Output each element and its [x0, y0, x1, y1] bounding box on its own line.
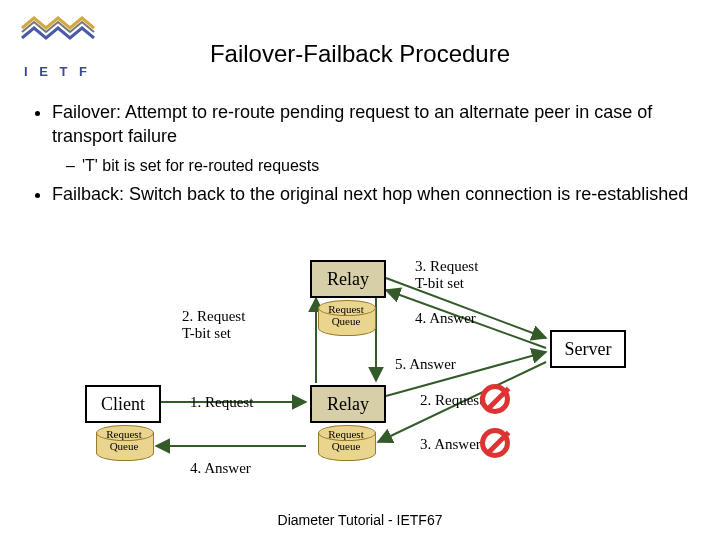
- server-node: Server: [550, 330, 626, 368]
- request-queue-relay1: Request Queue: [318, 300, 374, 340]
- bullet-failover: Failover: Attempt to re-route pending re…: [52, 100, 690, 149]
- bullet-failover-sub: 'T' bit is set for re-routed requests: [82, 157, 319, 174]
- queue-label: Request Queue: [315, 428, 377, 452]
- edge-4-answer-back: 4. Answer: [190, 460, 251, 477]
- request-queue-client: Request Queue: [96, 425, 152, 465]
- edge-2-request-tbit: 2. Request T-bit set: [182, 308, 272, 343]
- footer: Diameter Tutorial - IETF67: [0, 512, 720, 528]
- relay-top-label: Relay: [327, 269, 369, 290]
- queue-label: Request Queue: [93, 428, 155, 452]
- edge-3-request-tbit: 3. Request T-bit set: [415, 258, 505, 293]
- prohibit-icon: [480, 384, 510, 414]
- edge-5-answer: 5. Answer: [395, 356, 456, 373]
- relay-node-bottom: Relay: [310, 385, 386, 423]
- edge-3-answer-blocked: 3. Answer: [420, 436, 481, 453]
- relay-bottom-label: Relay: [327, 394, 369, 415]
- client-node: Client: [85, 385, 161, 423]
- queue-label: Request Queue: [315, 303, 377, 327]
- slide-title: Failover-Failback Procedure: [0, 40, 720, 68]
- prohibit-icon: [480, 428, 510, 458]
- relay-node-top: Relay: [310, 260, 386, 298]
- edge-2-request-blocked: 2. Request: [420, 392, 483, 409]
- client-label: Client: [101, 394, 145, 415]
- edge-1-request: 1. Request: [190, 394, 253, 411]
- request-queue-relay2: Request Queue: [318, 425, 374, 465]
- server-label: Server: [565, 339, 612, 360]
- bullet-failback: Failback: Switch back to the original ne…: [52, 182, 690, 206]
- diagram: Client Relay Relay Server Request Queue …: [0, 250, 720, 510]
- edge-4-answer: 4. Answer: [415, 310, 476, 327]
- bullets: Failover: Attempt to re-route pending re…: [30, 100, 690, 212]
